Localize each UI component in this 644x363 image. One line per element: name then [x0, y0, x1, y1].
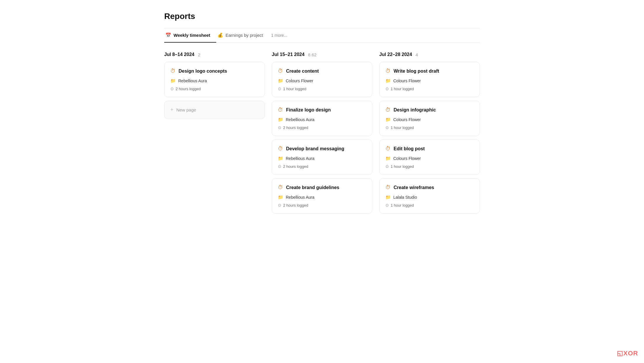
- task-title-7: Design infographic: [394, 107, 436, 113]
- task-title-row-8: ⏱ Edit blog post: [385, 146, 474, 152]
- tab-weekly-label: Weekly timesheet: [174, 33, 210, 38]
- clock-icon-1: ⏱: [170, 68, 176, 74]
- task-time-2: 1 hour logged: [283, 87, 307, 91]
- task-time-4: 2 hours logged: [283, 164, 308, 169]
- column-header-jul22: Jul 22–28 2024 4: [379, 52, 480, 57]
- folder-icon-7: 📁: [385, 117, 391, 122]
- task-title-3: Finalize logo design: [286, 107, 331, 113]
- more-tabs-link[interactable]: 1 more...: [269, 29, 290, 42]
- task-project-8: Colours Flower: [393, 156, 421, 161]
- tab-earnings-by-project[interactable]: 💰 Earnings by project: [216, 28, 269, 43]
- column-header-jul15: Jul 15–21 2024 8.62: [272, 52, 372, 57]
- column-date-jul22: Jul 22–28 2024: [379, 52, 412, 57]
- task-time-3: 2 hours logged: [283, 125, 308, 130]
- clock-icon-6: ⏱: [385, 68, 391, 74]
- column-count-jul15: 8.62: [308, 52, 316, 57]
- page-container: Reports 📅 Weekly timesheet 💰 Earnings by…: [147, 0, 497, 229]
- task-title-row-4: ⏱ Develop brand messaging: [278, 146, 366, 152]
- task-title-row-5: ⏱ Create brand guidelines: [278, 184, 366, 191]
- task-card-6[interactable]: ⏱ Write blog post draft 📁 Colours Flower…: [379, 62, 480, 97]
- task-time-6: 1 hour logged: [391, 87, 414, 91]
- task-time-row-9: ⊙ 1 hour logged: [385, 203, 474, 207]
- task-title-row-3: ⏱ Finalize logo design: [278, 107, 366, 113]
- task-project-6: Colours Flower: [393, 78, 421, 83]
- task-project-row-2: 📁 Colours Flower: [278, 78, 366, 83]
- column-jul8: Jul 8–14 2024 2 ⏱ Design logo concepts 📁…: [164, 52, 265, 217]
- column-jul22: Jul 22–28 2024 4 ⏱ Write blog post draft…: [379, 52, 480, 217]
- task-project-row-3: 📁 Rebellious Aura: [278, 117, 366, 122]
- time-icon-4: ⊙: [278, 164, 281, 169]
- task-card-7[interactable]: ⏱ Design infographic 📁 Colours Flower ⊙ …: [379, 101, 480, 136]
- clock-icon-9: ⏱: [385, 184, 391, 191]
- time-icon-5: ⊙: [278, 203, 281, 207]
- time-icon-9: ⊙: [385, 203, 389, 207]
- folder-icon-1: 📁: [170, 78, 176, 83]
- task-time-9: 1 hour logged: [391, 203, 414, 207]
- folder-icon-3: 📁: [278, 117, 283, 122]
- folder-icon-9: 📁: [385, 195, 391, 200]
- task-title-row-1: ⏱ Design logo concepts: [170, 68, 259, 74]
- task-card-3[interactable]: ⏱ Finalize logo design 📁 Rebellious Aura…: [272, 101, 372, 136]
- task-card-5[interactable]: ⏱ Create brand guidelines 📁 Rebellious A…: [272, 178, 372, 214]
- task-time-row-1: ⊙ 2 hours logged: [170, 86, 259, 91]
- time-icon-1: ⊙: [170, 86, 174, 91]
- column-count-jul8: 2: [198, 52, 200, 57]
- time-icon-3: ⊙: [278, 125, 281, 130]
- new-page-button[interactable]: + New page: [164, 101, 265, 119]
- new-page-label: New page: [176, 107, 196, 112]
- earnings-icon: 💰: [217, 32, 223, 38]
- clock-icon-8: ⏱: [385, 146, 391, 152]
- task-card-9[interactable]: ⏱ Create wireframes 📁 Lalala Studio ⊙ 1 …: [379, 178, 480, 214]
- tabs-row: 📅 Weekly timesheet 💰 Earnings by project…: [164, 28, 480, 43]
- task-project-1: Rebellious Aura: [178, 78, 207, 83]
- clock-icon-7: ⏱: [385, 107, 391, 113]
- task-title-row-9: ⏱ Create wireframes: [385, 184, 474, 191]
- clock-icon-3: ⏱: [278, 107, 283, 113]
- task-project-row-6: 📁 Colours Flower: [385, 78, 474, 83]
- task-title-row-2: ⏱ Create content: [278, 68, 366, 74]
- task-time-1: 2 hours logged: [176, 87, 201, 91]
- folder-icon-5: 📁: [278, 195, 283, 200]
- tab-weekly-timesheet[interactable]: 📅 Weekly timesheet: [164, 28, 216, 43]
- column-count-jul22: 4: [416, 52, 418, 57]
- task-title-row-7: ⏱ Design infographic: [385, 107, 474, 113]
- task-project-7: Colours Flower: [393, 117, 421, 122]
- task-card-8[interactable]: ⏱ Edit blog post 📁 Colours Flower ⊙ 1 ho…: [379, 139, 480, 175]
- folder-icon-8: 📁: [385, 156, 391, 161]
- task-card-4[interactable]: ⏱ Develop brand messaging 📁 Rebellious A…: [272, 139, 372, 175]
- task-project-row-9: 📁 Lalala Studio: [385, 195, 474, 200]
- time-icon-8: ⊙: [385, 164, 389, 169]
- task-project-row-1: 📁 Rebellious Aura: [170, 78, 259, 83]
- task-time-row-7: ⊙ 1 hour logged: [385, 125, 474, 130]
- task-project-row-7: 📁 Colours Flower: [385, 117, 474, 122]
- page-title: Reports: [164, 12, 480, 21]
- clock-icon-4: ⏱: [278, 146, 283, 152]
- task-title-6: Write blog post draft: [394, 69, 439, 74]
- task-title-2: Create content: [286, 69, 319, 74]
- folder-icon-2: 📁: [278, 78, 283, 83]
- task-card-2[interactable]: ⏱ Create content 📁 Colours Flower ⊙ 1 ho…: [272, 62, 372, 97]
- task-time-8: 1 hour logged: [391, 164, 414, 169]
- clock-icon-2: ⏱: [278, 68, 283, 74]
- task-time-5: 2 hours logged: [283, 203, 308, 207]
- task-time-row-8: ⊙ 1 hour logged: [385, 164, 474, 169]
- time-icon-6: ⊙: [385, 86, 389, 91]
- task-time-row-2: ⊙ 1 hour logged: [278, 86, 366, 91]
- columns-grid: Jul 8–14 2024 2 ⏱ Design logo concepts 📁…: [164, 52, 480, 217]
- task-project-row-8: 📁 Colours Flower: [385, 156, 474, 161]
- task-project-2: Colours Flower: [286, 78, 313, 83]
- tab-earnings-label: Earnings by project: [226, 33, 263, 38]
- calendar-icon: 📅: [165, 32, 171, 38]
- time-icon-2: ⊙: [278, 86, 281, 91]
- task-time-row-5: ⊙ 2 hours logged: [278, 203, 366, 207]
- task-card-1[interactable]: ⏱ Design logo concepts 📁 Rebellious Aura…: [164, 62, 265, 97]
- task-time-row-3: ⊙ 2 hours logged: [278, 125, 366, 130]
- folder-icon-4: 📁: [278, 156, 283, 161]
- task-project-4: Rebellious Aura: [286, 156, 314, 161]
- task-project-row-4: 📁 Rebellious Aura: [278, 156, 366, 161]
- task-time-7: 1 hour logged: [391, 125, 414, 130]
- column-date-jul15: Jul 15–21 2024: [272, 52, 304, 57]
- time-icon-7: ⊙: [385, 125, 389, 130]
- task-project-3: Rebellious Aura: [286, 117, 314, 122]
- task-title-5: Create brand guidelines: [286, 185, 339, 190]
